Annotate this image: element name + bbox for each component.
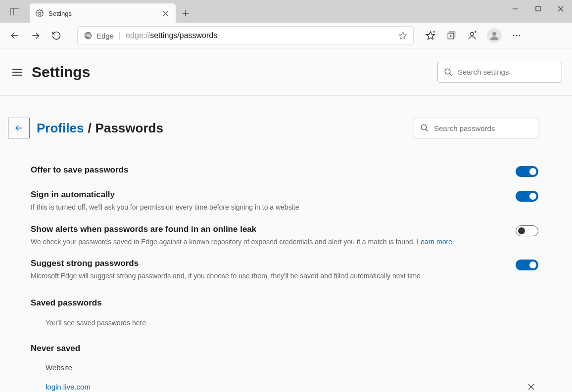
browser-toolbar: Edge | edge://settings/passwords bbox=[0, 23, 572, 48]
breadcrumb-current: Passwords bbox=[95, 121, 163, 136]
tab-actions-button[interactable] bbox=[0, 0, 30, 23]
setting-title: Suggest strong passwords bbox=[31, 259, 506, 268]
never-saved-site-link[interactable]: login.live.com bbox=[46, 383, 91, 391]
edge-logo-icon bbox=[84, 31, 93, 40]
tab-title: Settings bbox=[48, 10, 156, 17]
breadcrumb: Profiles / Passwords bbox=[37, 121, 163, 136]
address-separator: | bbox=[119, 31, 121, 40]
collections-button[interactable] bbox=[442, 27, 460, 44]
profile-avatar[interactable] bbox=[487, 28, 502, 43]
never-saved-heading: Never saved bbox=[31, 344, 538, 353]
window-controls bbox=[504, 0, 572, 17]
svg-point-24 bbox=[492, 32, 496, 36]
svg-point-25 bbox=[513, 35, 515, 37]
setting-leak-alerts: Show alerts when passwords are found in … bbox=[31, 219, 538, 254]
breadcrumb-back-button[interactable] bbox=[8, 118, 30, 138]
address-bar[interactable]: Edge | edge://settings/passwords bbox=[77, 26, 414, 45]
setting-description: Microsoft Edge will suggest strong passw… bbox=[31, 271, 506, 281]
breadcrumb-separator: / bbox=[88, 121, 91, 136]
never-saved-row: login.live.com bbox=[46, 377, 538, 392]
saved-passwords-heading: Saved passwords bbox=[31, 298, 538, 308]
svg-point-27 bbox=[519, 35, 521, 37]
tab-close-button[interactable] bbox=[161, 9, 170, 18]
favorites-button[interactable] bbox=[422, 27, 439, 44]
settings-header: Settings bbox=[0, 48, 572, 96]
saved-passwords-empty: You'll see saved passwords here bbox=[31, 313, 538, 334]
gear-icon bbox=[36, 9, 44, 17]
setting-offer-save-passwords: Offer to save passwords bbox=[31, 160, 538, 185]
site-identity-label: Edge bbox=[96, 32, 114, 40]
setting-description: We check your passwords saved in Edge ag… bbox=[31, 237, 506, 247]
toggle-suggest-strong[interactable] bbox=[516, 260, 538, 270]
svg-point-31 bbox=[445, 69, 450, 74]
search-settings-box[interactable] bbox=[437, 62, 562, 83]
settings-menu-button[interactable] bbox=[10, 65, 25, 80]
settings-content: Profiles / Passwords Offer to save passw… bbox=[0, 96, 572, 392]
breadcrumb-profiles-link[interactable]: Profiles bbox=[37, 121, 84, 136]
page-title: Settings bbox=[32, 64, 90, 81]
never-saved-column-website: Website bbox=[46, 358, 538, 377]
svg-rect-0 bbox=[10, 8, 19, 15]
svg-line-32 bbox=[449, 73, 452, 76]
toggle-sign-in-auto[interactable] bbox=[516, 191, 538, 202]
new-tab-button[interactable] bbox=[176, 3, 195, 23]
svg-point-34 bbox=[421, 125, 427, 130]
refresh-button[interactable] bbox=[48, 27, 65, 44]
search-icon bbox=[420, 124, 429, 132]
svg-marker-15 bbox=[427, 32, 435, 40]
minimize-button[interactable] bbox=[504, 0, 526, 17]
setting-title: Show alerts when passwords are found in … bbox=[31, 224, 506, 234]
svg-line-35 bbox=[426, 129, 428, 131]
never-saved-delete-button[interactable] bbox=[524, 380, 538, 392]
svg-point-2 bbox=[39, 12, 41, 14]
setting-description: If this is turned off, we'll ask you for… bbox=[31, 203, 506, 213]
site-identity[interactable]: Edge bbox=[84, 31, 114, 40]
svg-marker-14 bbox=[399, 32, 407, 39]
address-url: edge://settings/passwords bbox=[126, 31, 217, 40]
search-passwords-box[interactable] bbox=[414, 118, 538, 138]
nav-forward-button[interactable] bbox=[27, 27, 45, 44]
close-window-button[interactable] bbox=[549, 0, 572, 17]
search-settings-input[interactable] bbox=[458, 68, 556, 76]
toggle-leak-alerts[interactable] bbox=[516, 225, 538, 236]
nav-back-button[interactable] bbox=[6, 27, 24, 44]
title-bar: Settings bbox=[0, 0, 572, 23]
setting-title: Offer to save passwords bbox=[31, 165, 506, 175]
learn-more-link[interactable]: Learn more bbox=[417, 238, 452, 246]
profile-switcher-button[interactable] bbox=[463, 27, 481, 44]
search-passwords-input[interactable] bbox=[434, 124, 532, 132]
svg-rect-8 bbox=[536, 6, 540, 11]
setting-title: Sign in automatically bbox=[31, 190, 506, 200]
maximize-button[interactable] bbox=[526, 0, 549, 17]
search-icon bbox=[444, 68, 453, 77]
more-menu-button[interactable] bbox=[508, 27, 525, 44]
toggle-offer-save[interactable] bbox=[516, 166, 538, 177]
setting-suggest-strong-passwords: Suggest strong passwords Microsoft Edge … bbox=[31, 254, 538, 288]
favorite-star-icon[interactable] bbox=[398, 31, 407, 40]
setting-sign-in-automatically: Sign in automatically If this is turned … bbox=[31, 185, 538, 219]
svg-point-21 bbox=[471, 32, 474, 36]
svg-point-26 bbox=[516, 35, 518, 37]
browser-tab[interactable]: Settings bbox=[30, 3, 176, 23]
